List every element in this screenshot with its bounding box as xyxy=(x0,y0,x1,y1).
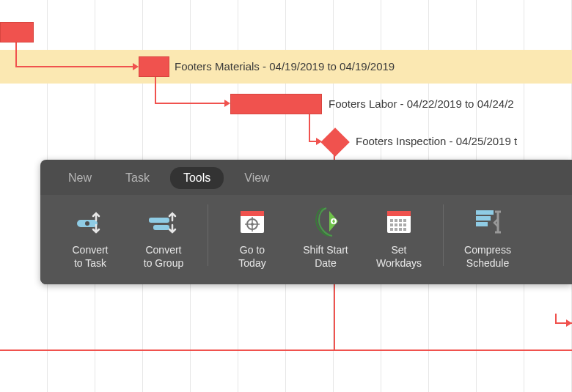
tab-tools[interactable]: Tools xyxy=(170,167,224,189)
tool-label: Shift Start Date xyxy=(303,243,348,270)
tool-label: Go to Today xyxy=(238,243,265,270)
dependency-line xyxy=(155,77,156,104)
svg-rect-26 xyxy=(476,216,491,221)
task-label: Footers Labor - 04/22/2019 to 04/24/2 xyxy=(329,97,514,110)
svg-rect-5 xyxy=(241,211,264,216)
go-to-today-button[interactable]: Go to Today xyxy=(216,201,289,270)
dependency-line xyxy=(15,66,133,67)
tools-row: Convert to Task Convert to Group xyxy=(40,195,572,284)
toolbar-tabs: New Task Tools View xyxy=(40,160,572,195)
svg-rect-20 xyxy=(403,223,406,226)
svg-rect-25 xyxy=(476,210,494,215)
convert-to-task-button[interactable]: Convert to Task xyxy=(54,201,127,270)
svg-rect-21 xyxy=(390,228,393,231)
svg-rect-3 xyxy=(153,225,169,230)
calendar-target-icon xyxy=(237,201,268,243)
svg-rect-24 xyxy=(403,228,406,231)
arrow-head-icon xyxy=(224,100,230,107)
svg-rect-16 xyxy=(403,219,406,222)
task-bar-footers-materials[interactable] xyxy=(139,56,169,77)
shift-start-date-button[interactable]: Shift Start Date xyxy=(289,201,362,270)
task-bar-footers-labor[interactable] xyxy=(230,94,322,114)
task-label: Footers Materials - 04/19/2019 to 04/19/… xyxy=(175,60,395,73)
arrow-head-icon xyxy=(316,138,322,145)
svg-rect-17 xyxy=(390,223,393,226)
tab-new[interactable]: New xyxy=(55,167,105,189)
task-bar[interactable] xyxy=(0,22,34,42)
svg-rect-13 xyxy=(390,219,393,222)
toolbar-panel: New Task Tools View Convert to Task xyxy=(40,160,572,284)
convert-task-icon xyxy=(73,201,108,243)
tool-label: Convert to Group xyxy=(144,243,183,270)
compress-icon xyxy=(470,201,505,243)
svg-rect-22 xyxy=(395,228,397,231)
svg-rect-12 xyxy=(387,211,411,216)
svg-rect-27 xyxy=(476,222,488,226)
convert-to-group-button[interactable]: Convert to Group xyxy=(127,201,200,270)
dependency-line xyxy=(15,42,17,67)
arrow-head-icon xyxy=(566,319,572,327)
dependency-line xyxy=(0,350,572,351)
set-workdays-button[interactable]: Set Workdays xyxy=(362,201,436,270)
svg-rect-18 xyxy=(395,223,397,226)
tool-label: Set Workdays xyxy=(376,243,422,270)
compress-schedule-button[interactable]: Compress Schedule xyxy=(451,201,524,270)
svg-rect-2 xyxy=(149,218,169,223)
tool-label: Convert to Task xyxy=(72,243,108,270)
calendar-grid-icon xyxy=(384,201,414,243)
dependency-line xyxy=(155,103,224,104)
dependency-line xyxy=(309,114,310,141)
convert-group-icon xyxy=(146,201,181,243)
task-label: Footers Inspection - 04/25/2019 t xyxy=(356,135,517,147)
divider xyxy=(443,204,444,266)
tool-label: Compress Schedule xyxy=(464,243,511,270)
arrow-head-icon xyxy=(133,63,139,70)
svg-rect-14 xyxy=(395,219,397,222)
tab-view[interactable]: View xyxy=(231,167,282,189)
svg-rect-23 xyxy=(399,228,402,231)
divider xyxy=(208,204,208,266)
shift-start-icon xyxy=(309,201,342,243)
svg-rect-19 xyxy=(399,223,402,226)
svg-point-1 xyxy=(85,221,89,226)
tab-task[interactable]: Task xyxy=(112,167,163,189)
svg-rect-15 xyxy=(399,219,402,222)
